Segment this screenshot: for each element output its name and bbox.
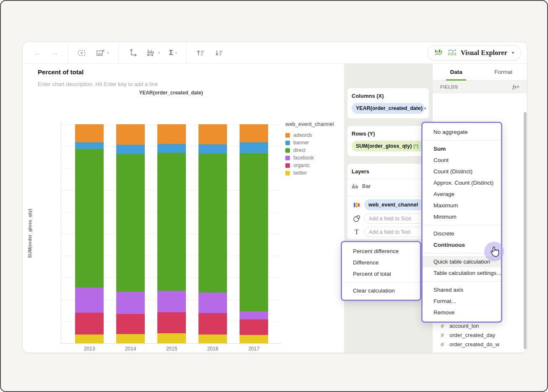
bar-segment-direct[interactable]: [116, 154, 145, 292]
bar-segment-facebook[interactable]: [75, 287, 104, 313]
fields-header-row: FIELDS fx+: [433, 81, 527, 93]
legend-item[interactable]: direct: [285, 146, 344, 154]
menu-item-no-aggregate[interactable]: No aggregate: [423, 126, 501, 138]
bar-segment-banner[interactable]: [198, 144, 227, 154]
menu-item-percent-difference[interactable]: Percent difference: [342, 246, 420, 257]
bar-segment-organic[interactable]: [198, 313, 227, 335]
stacked-bar[interactable]: [157, 124, 186, 343]
chart-title[interactable]: Percent of total: [38, 68, 84, 76]
color-encoding-row: web_event_channel: [352, 199, 425, 210]
text-field-input[interactable]: Add a field to Text: [364, 227, 425, 237]
bar-segment-facebook[interactable]: [116, 292, 145, 314]
field-item-order-created-day[interactable]: #order_created_day: [439, 331, 495, 339]
mark-type-row[interactable]: Bar: [352, 180, 425, 192]
bar-segment-banner[interactable]: [116, 145, 145, 154]
field-label: order_created_day: [449, 332, 495, 338]
menu-item-format[interactable]: Format...: [423, 295, 501, 307]
swap-axes-button[interactable]: [128, 49, 137, 57]
undo-button[interactable]: ←: [34, 49, 42, 57]
remove-chart-button[interactable]: ▾: [96, 49, 109, 57]
sort-ascending-button[interactable]: [196, 49, 205, 57]
menu-item-shared-axis[interactable]: Shared axis: [423, 284, 501, 295]
bar-segment-banner[interactable]: [240, 142, 268, 153]
stacked-bar[interactable]: [116, 124, 145, 343]
menu-item-continuous[interactable]: Continuous: [423, 239, 501, 251]
bar-mark-icon: [352, 183, 358, 189]
rows-pill-label: SUM(order_gloss_qty): [356, 143, 412, 149]
bar-segment-adwords[interactable]: [157, 124, 186, 144]
bar-segment-direct[interactable]: [240, 153, 268, 311]
bar-segment-adwords[interactable]: [198, 124, 227, 144]
bar-segment-organic[interactable]: [240, 319, 268, 335]
menu-item-quick-table-calculation[interactable]: Quick table calculation: [423, 256, 501, 267]
color-encoding-icon[interactable]: [352, 200, 362, 210]
legend-title: web_event_channel: [285, 121, 344, 127]
stacked-bar[interactable]: [198, 124, 227, 343]
menu-item-clear-calculation[interactable]: Clear calculation: [342, 285, 420, 296]
bar-segment-facebook[interactable]: [157, 291, 186, 312]
menu-item-count[interactable]: Count: [423, 154, 501, 166]
aggregate-button[interactable]: Σ ▾: [169, 49, 177, 57]
menu-item-count-distinct[interactable]: Count (Distinct): [423, 166, 501, 177]
menu-item-table-calculation-settings[interactable]: Table calculation settings...: [423, 267, 501, 279]
rows-shelf: Rows (Y) SUM(order_gloss_qty) [*] ▾: [347, 126, 429, 156]
columns-pill[interactable]: YEAR(order_created_date) ▾: [352, 103, 425, 114]
menu-item-approx-count-distinct[interactable]: Approx. Count (Distinct): [423, 177, 501, 188]
bar-segment-adwords[interactable]: [116, 124, 145, 145]
bar-segment-facebook[interactable]: [198, 293, 227, 313]
bar-segment-twitter[interactable]: [116, 334, 145, 343]
stacked-bar[interactable]: [75, 124, 104, 343]
bar-segment-organic[interactable]: [116, 314, 145, 334]
add-chart-button[interactable]: [78, 49, 87, 57]
bar-segment-banner[interactable]: [157, 144, 186, 153]
legend-item[interactable]: banner: [285, 139, 344, 146]
bar-segment-direct[interactable]: [75, 149, 104, 287]
menu-item-remove[interactable]: Remove: [423, 307, 501, 318]
bar-segment-adwords[interactable]: [75, 124, 104, 142]
menu-item-minimum[interactable]: Minimum: [423, 211, 501, 222]
bar-segment-twitter[interactable]: [240, 335, 268, 343]
table-calc-badge: [*]: [413, 144, 418, 149]
stacked-bar[interactable]: [240, 124, 268, 343]
size-field-input[interactable]: Add a field to Size: [364, 213, 425, 224]
size-encoding-row: Add a field to Size: [352, 213, 425, 224]
redo-button[interactable]: →: [51, 49, 59, 57]
menu-item-sum[interactable]: Sum: [423, 143, 501, 154]
bar-segment-direct[interactable]: [198, 154, 227, 293]
bar-segment-facebook[interactable]: [240, 311, 268, 319]
sort-descending-button[interactable]: [214, 49, 224, 57]
toolbar-history-group: ← →: [34, 42, 68, 64]
bar-segment-twitter[interactable]: [198, 335, 227, 343]
axis-scale-button[interactable]: ▾: [146, 49, 160, 57]
tab-format[interactable]: Format: [480, 64, 527, 80]
visual-explorer-switcher[interactable]: Visual Explorer ▾: [428, 45, 521, 60]
menu-item-average[interactable]: Average: [423, 188, 501, 200]
legend-label: banner: [293, 140, 309, 146]
legend-label: adwords: [293, 132, 312, 138]
legend-chip: [285, 141, 290, 145]
bar-segment-twitter[interactable]: [157, 333, 186, 343]
bar-segment-direct[interactable]: [157, 153, 186, 291]
bar-segment-banner[interactable]: [75, 142, 104, 149]
size-placeholder: Add a field to Size: [369, 216, 411, 222]
menu-item-difference[interactable]: Difference: [342, 257, 420, 268]
legend-item[interactable]: organic: [285, 162, 344, 169]
tab-data[interactable]: Data: [433, 64, 480, 80]
bar-segment-organic[interactable]: [75, 313, 104, 335]
field-item-order-created-do-w[interactable]: #order_created_do_w: [439, 340, 499, 348]
chart-description-placeholder[interactable]: Enter chart description. Hit Enter key t…: [38, 81, 158, 87]
field-item-account-lon[interactable]: #account_lon: [439, 321, 479, 330]
menu-item-percent-of-total[interactable]: Percent of total: [342, 268, 420, 280]
panel-scrollbar[interactable]: [524, 112, 527, 349]
menu-item-discrete[interactable]: Discrete: [423, 228, 501, 239]
menu-item-maximum[interactable]: Maximum: [423, 200, 501, 211]
legend-item[interactable]: adwords: [285, 131, 344, 139]
bar-segment-adwords[interactable]: [240, 124, 268, 142]
bar-segment-twitter[interactable]: [75, 335, 104, 343]
legend-item[interactable]: twitter: [285, 169, 344, 177]
add-calculation-button[interactable]: fx+: [513, 84, 519, 90]
legend-item[interactable]: facebook: [285, 154, 344, 162]
rows-pill[interactable]: SUM(order_gloss_qty) [*] ▾: [352, 141, 425, 152]
bar-segment-organic[interactable]: [157, 312, 186, 334]
color-pill[interactable]: web_event_channel: [364, 199, 425, 210]
